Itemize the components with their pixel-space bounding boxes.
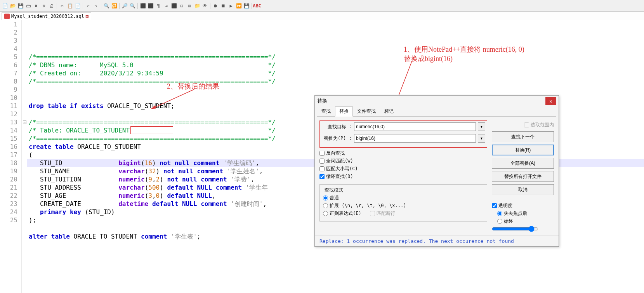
radio-extended[interactable] bbox=[323, 203, 328, 208]
tb-cut-icon[interactable]: ✂ bbox=[59, 2, 66, 9]
tb-replace-icon[interactable]: 🔁 bbox=[111, 2, 118, 9]
tb-play-icon[interactable]: ▶ bbox=[227, 2, 234, 9]
btn-replace[interactable]: 替换(R) bbox=[492, 145, 554, 155]
btn-replace-all[interactable]: 全部替换(A) bbox=[492, 158, 554, 169]
tab-close-icon[interactable]: ⊠ bbox=[86, 14, 89, 19]
file-tab-label: Mysql_student_20200312.sql bbox=[11, 14, 84, 19]
tb-lang-icon[interactable]: ⬛ bbox=[170, 2, 177, 9]
tb-paste-icon[interactable]: 📄 bbox=[74, 2, 81, 9]
chk-match-case[interactable] bbox=[319, 166, 325, 171]
main-toolbar: 📄 📂 💾 🗃 ✖ ⊗ 🖨 ✂ 📋 📄 ↶ ↷ 🔍 🔁 🔎 🔍 ⬛ ⬛ ¶ ⇥ … bbox=[0, 0, 644, 12]
tb-wrap-icon[interactable]: ⬛ bbox=[147, 2, 154, 9]
tb-stop-icon[interactable]: ⏹ bbox=[220, 2, 227, 9]
btn-find-next[interactable]: 查找下一个 bbox=[492, 131, 554, 142]
search-mode-legend: 查找模式 bbox=[323, 187, 345, 194]
replace-history-dropdown[interactable]: ▾ bbox=[478, 134, 485, 143]
tb-find-icon[interactable]: 🔍 bbox=[103, 2, 110, 9]
tb-fold-icon[interactable]: ⊟ bbox=[178, 2, 185, 9]
dialog-tabs: 查找 替换 文件查找 标记 bbox=[317, 106, 556, 117]
chk-in-selection bbox=[524, 122, 529, 127]
tb-save-icon[interactable]: 💾 bbox=[17, 2, 24, 9]
dialog-title: 替换 bbox=[317, 98, 327, 105]
chk-transparency[interactable] bbox=[492, 203, 497, 208]
radio-trans-always[interactable] bbox=[497, 219, 502, 224]
highlight-box-bigint bbox=[130, 126, 173, 134]
sql-file-icon bbox=[4, 14, 10, 19]
tb-chars-icon[interactable]: ¶ bbox=[155, 2, 162, 9]
tb-savemacro-icon[interactable]: 💾 bbox=[243, 2, 250, 9]
tb-redo-icon[interactable]: ↷ bbox=[92, 2, 99, 9]
tb-open-icon[interactable]: 📂 bbox=[9, 2, 16, 9]
dialog-titlebar[interactable]: 替换 ✕ bbox=[315, 96, 559, 106]
btn-cancel[interactable]: 取消 bbox=[492, 184, 554, 195]
tb-undo-icon[interactable]: ↶ bbox=[85, 2, 92, 9]
find-history-dropdown[interactable]: ▾ bbox=[478, 122, 485, 131]
replace-label: 替换为(P) : bbox=[321, 135, 352, 142]
chk-dot-newline bbox=[370, 211, 375, 216]
chk-backward[interactable] bbox=[319, 151, 325, 156]
radio-regex[interactable] bbox=[323, 211, 328, 216]
tab-replace[interactable]: 替换 bbox=[335, 106, 353, 117]
annotation-1: 1、使用NotePad++直接将 numeric(16, 0) 替换成bigin… bbox=[404, 45, 524, 63]
radio-trans-onlose[interactable] bbox=[497, 211, 502, 216]
tb-hide-icon[interactable]: 📁 bbox=[194, 2, 201, 9]
file-tabbar: Mysql_student_20200312.sql ⊠ bbox=[0, 12, 644, 20]
btn-replace-in-open[interactable]: 替换所有打开文件 bbox=[492, 171, 554, 182]
tb-spell-icon[interactable]: ABC bbox=[253, 2, 260, 9]
tb-indent-icon[interactable]: ⇥ bbox=[163, 2, 170, 9]
file-tab-active[interactable]: Mysql_student_20200312.sql ⊠ bbox=[2, 12, 91, 20]
tb-zoomout-icon[interactable]: 🔍 bbox=[129, 2, 136, 9]
tb-zoomin-icon[interactable]: 🔎 bbox=[121, 2, 128, 9]
find-input[interactable] bbox=[354, 122, 476, 131]
tb-print-icon[interactable]: 🖨 bbox=[48, 2, 55, 9]
tb-new-icon[interactable]: 📄 bbox=[2, 2, 9, 9]
tab-mark[interactable]: 标记 bbox=[380, 106, 398, 116]
tb-playmult-icon[interactable]: ⏩ bbox=[235, 2, 242, 9]
tab-find-in-files[interactable]: 文件查找 bbox=[353, 106, 380, 116]
tb-view-icon[interactable]: 👁 bbox=[201, 2, 208, 9]
find-label: 查找目标 : bbox=[321, 124, 352, 130]
annotation-2: 2、替换后的结果 bbox=[167, 82, 219, 91]
tb-sync-icon[interactable]: ⬛ bbox=[139, 2, 146, 9]
replace-dialog: 替换 ✕ 查找 替换 文件查找 标记 查找目标 : ▾ 替换为(P) : ▾ 反… bbox=[314, 95, 559, 247]
tb-copy-icon[interactable]: 📋 bbox=[66, 2, 73, 9]
tab-find[interactable]: 查找 bbox=[317, 106, 335, 116]
chk-wrap[interactable] bbox=[319, 174, 325, 179]
tb-rec-icon[interactable]: ⏺ bbox=[212, 2, 219, 9]
radio-normal[interactable] bbox=[323, 195, 328, 201]
tb-unfold-icon[interactable]: ⊞ bbox=[186, 2, 193, 9]
chk-whole-word[interactable] bbox=[319, 159, 325, 164]
replace-input[interactable] bbox=[354, 134, 476, 143]
tb-closeall-icon[interactable]: ⊗ bbox=[40, 2, 47, 9]
transparency-slider[interactable] bbox=[492, 226, 538, 232]
dialog-close-button[interactable]: ✕ bbox=[545, 97, 556, 105]
tb-close-icon[interactable]: ✖ bbox=[33, 2, 40, 9]
tb-saveall-icon[interactable]: 🗃 bbox=[25, 2, 32, 9]
dialog-status: Replace: 1 occurrence was replaced. The … bbox=[315, 235, 559, 246]
fold-column: − bbox=[22, 20, 27, 293]
line-number-gutter: 1234567891011121314151617181920212223242… bbox=[0, 20, 22, 293]
